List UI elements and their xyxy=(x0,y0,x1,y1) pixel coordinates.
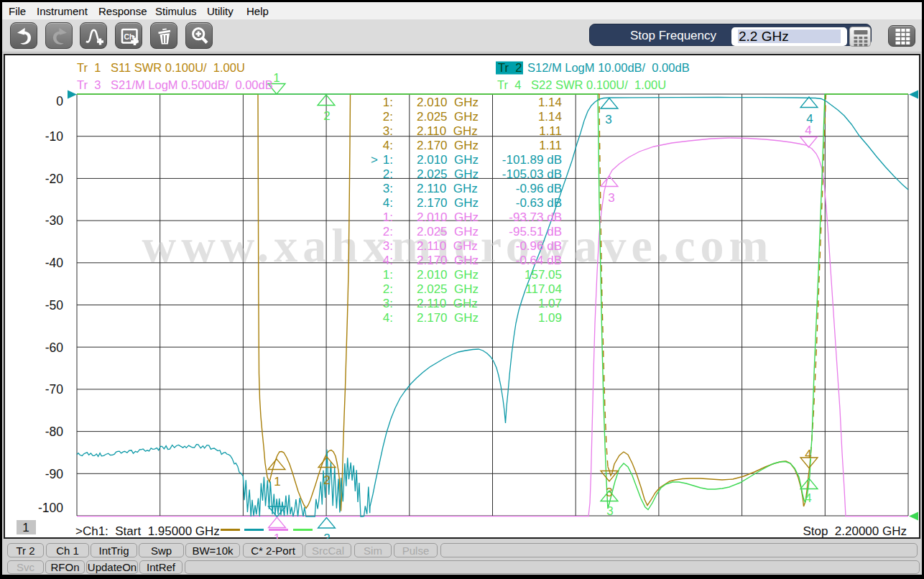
svg-text:Ch: Ch xyxy=(124,32,134,41)
